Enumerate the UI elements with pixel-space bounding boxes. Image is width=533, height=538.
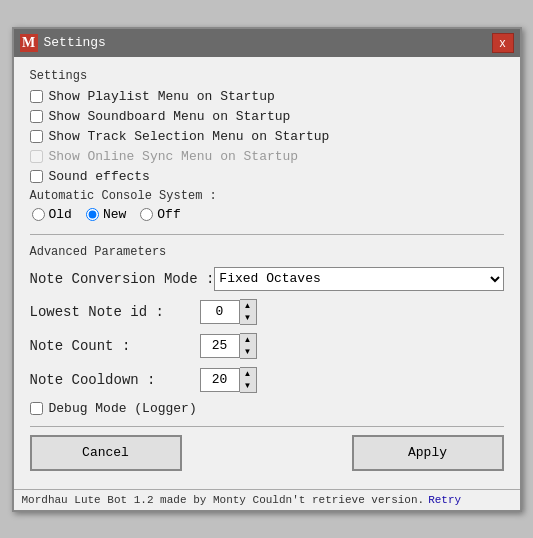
advanced-section-label: Advanced Parameters: [30, 245, 504, 259]
checkbox-row-playlist: Show Playlist Menu on Startup: [30, 89, 504, 104]
app-icon: M: [20, 34, 38, 52]
window-body: Settings Show Playlist Menu on Startup S…: [14, 57, 520, 489]
note-cooldown-row: Note Cooldown : 20 ▲ ▼: [30, 367, 504, 393]
radio-off[interactable]: [140, 208, 153, 221]
title-bar: M Settings x: [14, 29, 520, 57]
radio-old[interactable]: [32, 208, 45, 221]
radio-old-label: Old: [49, 207, 72, 222]
note-count-label: Note Count :: [30, 338, 200, 354]
radio-off-label: Off: [157, 207, 180, 222]
checkbox-debug[interactable]: [30, 402, 43, 415]
note-count-row: Note Count : 25 ▲ ▼: [30, 333, 504, 359]
debug-row: Debug Mode (Logger): [30, 401, 504, 416]
checkbox-soundboard-label: Show Soundboard Menu on Startup: [49, 109, 291, 124]
checkbox-sound-effects[interactable]: [30, 170, 43, 183]
lowest-note-row: Lowest Note id : 0 ▲ ▼: [30, 299, 504, 325]
settings-group: Settings Show Playlist Menu on Startup S…: [30, 69, 504, 222]
checkbox-track-label: Show Track Selection Menu on Startup: [49, 129, 330, 144]
footer-buttons: Cancel Apply: [30, 426, 504, 479]
console-system-label: Automatic Console System :: [30, 189, 504, 203]
note-cooldown-up-btn[interactable]: ▲: [240, 368, 256, 380]
close-button[interactable]: x: [492, 33, 514, 53]
checkbox-row-online: Show Online Sync Menu on Startup: [30, 149, 504, 164]
note-count-input[interactable]: 25: [200, 334, 240, 358]
note-conversion-label: Note Conversion Mode :: [30, 271, 215, 287]
status-bar: Mordhau Lute Bot 1.2 made by Monty Could…: [14, 489, 520, 510]
lowest-note-down-btn[interactable]: ▼: [240, 312, 256, 324]
checkbox-track[interactable]: [30, 130, 43, 143]
note-count-control: 25 ▲ ▼: [200, 333, 504, 359]
note-count-down-btn[interactable]: ▼: [240, 346, 256, 358]
checkbox-online: [30, 150, 43, 163]
note-count-spinner-btns: ▲ ▼: [240, 333, 257, 359]
checkbox-row-sound-effects: Sound effects: [30, 169, 504, 184]
checkbox-debug-label: Debug Mode (Logger): [49, 401, 197, 416]
checkbox-soundboard[interactable]: [30, 110, 43, 123]
note-count-spinner: 25 ▲ ▼: [200, 333, 504, 359]
retry-link[interactable]: Retry: [428, 494, 461, 506]
note-conversion-control: Fixed Octaves Dynamic Octaves None: [214, 267, 503, 291]
window-title: Settings: [44, 35, 106, 50]
checkbox-row-soundboard: Show Soundboard Menu on Startup: [30, 109, 504, 124]
note-cooldown-down-btn[interactable]: ▼: [240, 380, 256, 392]
checkbox-sound-effects-label: Sound effects: [49, 169, 150, 184]
radio-item-off: Off: [140, 207, 180, 222]
console-radio-group: Old New Off: [32, 207, 504, 222]
advanced-section: Advanced Parameters Note Conversion Mode…: [30, 245, 504, 416]
divider: [30, 234, 504, 235]
checkbox-playlist-label: Show Playlist Menu on Startup: [49, 89, 275, 104]
note-cooldown-spinner: 20 ▲ ▼: [200, 367, 504, 393]
lowest-note-input[interactable]: 0: [200, 300, 240, 324]
checkbox-playlist[interactable]: [30, 90, 43, 103]
radio-item-new: New: [86, 207, 126, 222]
radio-new[interactable]: [86, 208, 99, 221]
apply-button[interactable]: Apply: [352, 435, 504, 471]
title-bar-left: M Settings: [20, 34, 106, 52]
settings-section-label: Settings: [30, 69, 504, 83]
note-cooldown-spinner-btns: ▲ ▼: [240, 367, 257, 393]
note-conversion-select[interactable]: Fixed Octaves Dynamic Octaves None: [214, 267, 503, 291]
checkbox-online-label: Show Online Sync Menu on Startup: [49, 149, 299, 164]
note-cooldown-label: Note Cooldown :: [30, 372, 200, 388]
note-conversion-row: Note Conversion Mode : Fixed Octaves Dyn…: [30, 267, 504, 291]
cancel-button[interactable]: Cancel: [30, 435, 182, 471]
lowest-note-up-btn[interactable]: ▲: [240, 300, 256, 312]
radio-item-old: Old: [32, 207, 72, 222]
lowest-note-spinner-btns: ▲ ▼: [240, 299, 257, 325]
settings-window: M Settings x Settings Show Playlist Menu…: [12, 27, 522, 512]
note-count-up-btn[interactable]: ▲: [240, 334, 256, 346]
checkbox-row-track: Show Track Selection Menu on Startup: [30, 129, 504, 144]
lowest-note-control: 0 ▲ ▼: [200, 299, 504, 325]
note-cooldown-control: 20 ▲ ▼: [200, 367, 504, 393]
radio-new-label: New: [103, 207, 126, 222]
status-text: Mordhau Lute Bot 1.2 made by Monty Could…: [22, 494, 425, 506]
lowest-note-spinner: 0 ▲ ▼: [200, 299, 504, 325]
note-cooldown-input[interactable]: 20: [200, 368, 240, 392]
lowest-note-label: Lowest Note id :: [30, 304, 200, 320]
